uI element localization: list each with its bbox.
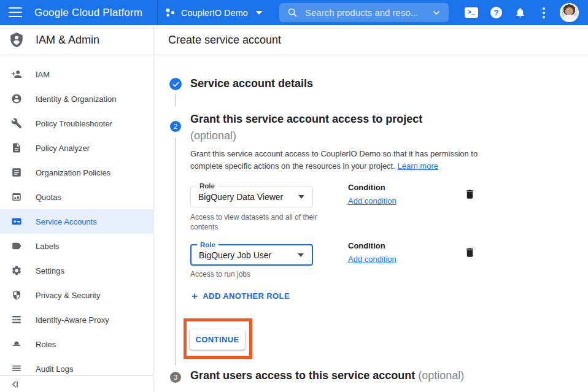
sidebar-item-identity-organization[interactable]: Identity & Organization [0,86,153,111]
notifications-button[interactable] [514,0,526,25]
sidebar-item-organization-policies[interactable]: Organization Policies [0,160,153,185]
role-select-1-value: BigQuery Data Viewer [198,192,298,202]
more-options-button[interactable] [543,0,545,25]
wrench-icon [11,118,22,129]
collapse-left-icon [10,379,20,390]
menu-icon[interactable] [9,7,22,17]
step2-title[interactable]: Grant this service account access to pro… [190,111,466,144]
help-button[interactable]: ? [490,0,502,25]
create-service-account-form: Service account details 2 Grant this ser… [153,55,588,392]
add-condition-link-2[interactable]: Add condition [348,255,397,264]
layers-icon [11,314,22,325]
trash-icon [464,246,476,259]
step2-description: Grant this service account access to Cou… [190,148,486,172]
step3-title-text: Grant users access to this service accou… [190,369,415,382]
role-select-2[interactable]: Role BigQuery Job User [190,244,313,266]
sidebar-item-identity-aware-proxy[interactable]: Identity-Aware Proxy [0,307,153,332]
sidebar-item-label: Identity-Aware Proxy [36,315,109,325]
sidebar-item-roles[interactable]: Roles [0,332,153,356]
sidebar-item-label: Identity & Organization [36,94,117,104]
condition-label-1: Condition [348,183,385,192]
sidebar-item-settings[interactable]: Settings [0,258,153,283]
topbar-divider [157,0,158,25]
sidebar-item-label: Policy Analyzer [36,144,90,153]
check-icon [172,80,180,88]
sidebar-item-privacy-security[interactable]: Privacy & Security [0,283,153,307]
sidebar-collapse-button[interactable] [0,375,153,392]
sidebar-item-quotas[interactable]: Quotas [0,185,153,209]
tag-icon [11,240,22,252]
sidebar-item-label: Privacy & Security [36,291,100,300]
cloud-shell-icon: >_ [465,7,478,18]
section-header: IAM & Admin [0,25,153,55]
learn-more-link[interactable]: Learn more [397,161,438,171]
sidebar-item-label: Roles [36,340,56,349]
hat-icon [11,339,22,350]
dropdown-arrow-icon [298,253,304,257]
user-avatar[interactable] [560,3,579,22]
add-condition-link-1[interactable]: Add condition [348,196,397,206]
account-circle-icon [11,93,22,104]
continue-button[interactable]: CONTINUE [190,329,245,350]
product-logo[interactable]: Google Cloud Platform [34,0,142,25]
step2-badge: 2 [170,121,181,132]
step3-optional-label: (optional) [418,369,464,382]
step1-completed-badge [169,78,182,90]
role-select-1[interactable]: Role BigQuery Data Viewer [190,186,313,207]
step-connector [175,137,176,365]
project-icon [165,7,176,18]
sidebar-item-labels[interactable]: Labels [0,234,153,258]
step3-badge: 3 [170,372,181,383]
trash-icon [464,188,476,201]
step2-title-text: Grant this service account access to pro… [190,113,422,125]
quota-icon [11,191,22,202]
role-field-label: Role [196,182,218,190]
sidebar-item-label: Quotas [36,193,61,202]
condition-label-2: Condition [348,241,385,250]
step-connector [175,94,176,106]
service-account-icon [11,216,22,227]
delete-role-1-button[interactable] [464,188,476,203]
sidebar-item-label: Settings [36,266,64,275]
step2-optional-label: (optional) [190,129,236,142]
search-icon [287,7,298,18]
role-1-helper-text: Access to view datasets and all of their… [190,212,330,232]
project-switcher[interactable]: CouplerIO Demo [165,0,262,25]
sidebar-item-policy-troubleshooter[interactable]: Policy Troubleshooter [0,111,153,136]
sidebar-item-label: Policy Troubleshooter [36,119,112,128]
help-icon: ? [490,7,502,18]
bell-icon [514,7,526,18]
top-app-bar: Google Cloud Platform CouplerIO Demo Sea… [0,0,588,25]
search-input[interactable]: Search products and reso... [279,3,449,22]
role-field-label: Role [197,240,219,249]
sidebar-item-label: Audit Logs [36,364,73,374]
delete-role-2-button[interactable] [464,246,476,261]
page-title: Create service account [168,34,281,47]
sidebar-item-policy-analyzer[interactable]: Policy Analyzer [0,136,153,160]
chevron-down-icon [256,11,262,15]
role-2-helper-text: Access to run jobs [190,269,330,279]
project-name: CouplerIO Demo [181,8,248,18]
gear-icon [11,265,22,276]
plus-icon: + [191,291,198,301]
search-chevron-icon[interactable] [431,8,441,18]
dropdown-arrow-icon [298,195,304,199]
sidebar: IAM Identity & Organization Policy Troub… [0,55,153,392]
shield-icon [11,290,22,301]
add-another-role-button[interactable]: + ADD ANOTHER ROLE [191,291,290,301]
sidebar-item-label: IAM [36,70,50,79]
sidebar-item-iam[interactable]: IAM [0,62,153,86]
cloud-shell-button[interactable]: >_ [465,0,478,25]
article-icon [11,167,22,178]
step3-title[interactable]: Grant users access to this service accou… [190,369,464,382]
kebab-menu-icon [543,7,545,18]
search-placeholder: Search products and reso... [305,7,431,18]
role-select-2-value: BigQuery Job User [199,250,298,260]
iam-shield-icon [9,32,25,48]
sidebar-item-service-accounts[interactable]: Service Accounts [0,209,153,234]
document-icon [11,142,22,153]
sidebar-item-label: Service Accounts [36,217,97,226]
step1-title[interactable]: Service account details [190,77,313,90]
sidebar-item-label: Labels [36,242,59,251]
sidebar-item-label: Organization Policies [36,168,110,177]
